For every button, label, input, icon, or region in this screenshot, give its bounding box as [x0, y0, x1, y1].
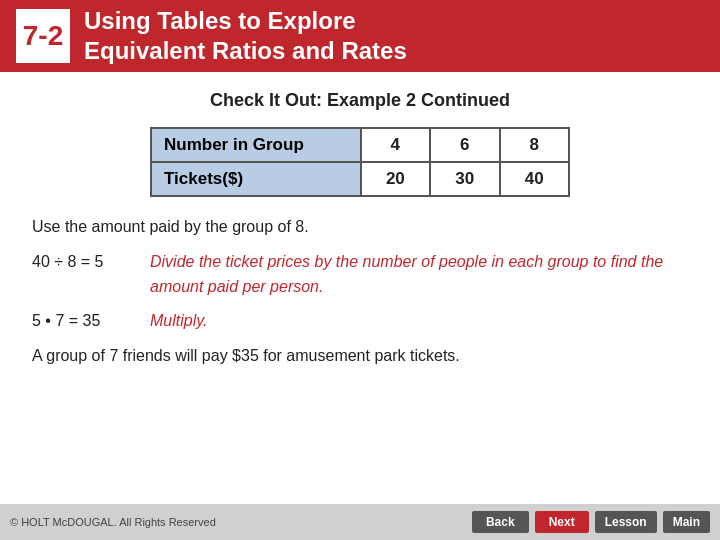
header: 7-2 Using Tables to Explore Equivalent R…	[0, 0, 720, 72]
table-row: Tickets($) 20 30 40	[151, 162, 569, 196]
cell-1-3: 8	[500, 128, 569, 162]
conclusion-text: A group of 7 friends will pay $35 for am…	[32, 344, 688, 369]
cell-1-2: 6	[430, 128, 499, 162]
copyright: © HOLT McDOUGAL. All Rights Reserved	[10, 516, 216, 528]
row-label-1: Number in Group	[151, 128, 361, 162]
cell-2-2: 30	[430, 162, 499, 196]
header-title: Using Tables to Explore Equivalent Ratio…	[84, 6, 407, 66]
cell-1-1: 4	[361, 128, 430, 162]
intro-text-content: Use the amount paid by the group of 8.	[32, 218, 309, 235]
cell-2-1: 20	[361, 162, 430, 196]
back-button[interactable]: Back	[472, 511, 529, 533]
row-label-2: Tickets($)	[151, 162, 361, 196]
next-button[interactable]: Next	[535, 511, 589, 533]
explain1: Divide the ticket prices by the number o…	[150, 250, 688, 300]
step1-row: 40 ÷ 8 = 5 Divide the ticket prices by t…	[32, 250, 688, 300]
ratio-table: Number in Group 4 6 8 Tickets($) 20 30 4…	[150, 127, 570, 197]
section-title: Check It Out: Example 2 Continued	[32, 90, 688, 111]
footer: © HOLT McDOUGAL. All Rights Reserved Bac…	[0, 504, 720, 540]
cell-2-3: 40	[500, 162, 569, 196]
step2-row: 5 • 7 = 35 Multiply.	[32, 309, 688, 334]
nav-buttons: Back Next Lesson Main	[472, 511, 710, 533]
main-button[interactable]: Main	[663, 511, 710, 533]
intro-text: Use the amount paid by the group of 8.	[32, 215, 688, 240]
math1: 40 ÷ 8 = 5	[32, 250, 132, 275]
body-content: Use the amount paid by the group of 8. 4…	[32, 215, 688, 369]
main-content: Check It Out: Example 2 Continued Number…	[0, 72, 720, 395]
header-title-line2: Equivalent Ratios and Rates	[84, 36, 407, 66]
conclusion-text-content: A group of 7 friends will pay $35 for am…	[32, 347, 460, 364]
table-row: Number in Group 4 6 8	[151, 128, 569, 162]
lesson-button[interactable]: Lesson	[595, 511, 657, 533]
math2: 5 • 7 = 35	[32, 309, 132, 334]
explain2: Multiply.	[150, 309, 208, 334]
data-table: Number in Group 4 6 8 Tickets($) 20 30 4…	[150, 127, 570, 197]
header-title-line1: Using Tables to Explore	[84, 6, 407, 36]
lesson-badge: 7-2	[16, 9, 70, 63]
